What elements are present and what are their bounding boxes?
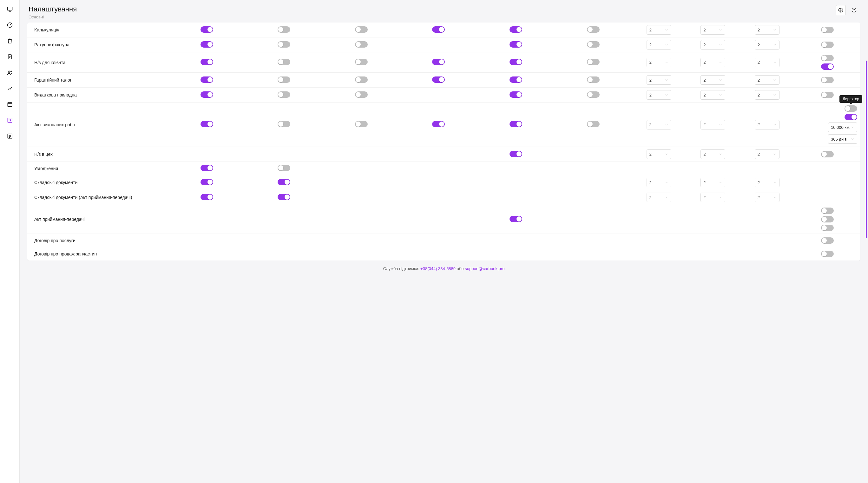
select-r0-c2[interactable]: 2 — [755, 25, 779, 35]
toggle-r6-c4[interactable] — [509, 151, 522, 157]
footer-email[interactable]: support@carbook.pro — [465, 266, 504, 271]
scrollbar-thumb[interactable] — [866, 61, 867, 238]
toggle-r1-c4[interactable] — [509, 41, 522, 48]
select-r0-c0[interactable]: 2 — [647, 25, 671, 35]
extra-toggle-r0-0[interactable] — [821, 27, 834, 33]
extra-toggle-r2-0[interactable] — [821, 55, 834, 61]
extra-toggle-r10-1[interactable] — [821, 216, 834, 222]
select-r0-c1[interactable]: 2 — [701, 25, 725, 35]
toggle-r1-c1[interactable] — [278, 41, 290, 48]
row-label: Н/з в цех — [27, 147, 168, 162]
toggle-r9-c0[interactable] — [200, 194, 213, 200]
toggle-r9-c1[interactable] — [278, 194, 290, 200]
toggle-r3-c3[interactable] — [432, 77, 445, 83]
sidebar-users[interactable] — [5, 68, 14, 78]
select-r8-c2[interactable]: 2 — [755, 178, 779, 187]
extra-toggle-r12-0[interactable] — [821, 251, 834, 257]
extra-toggle-r6-0[interactable] — [821, 151, 834, 157]
extra-sel-days[interactable]: 365 днів — [828, 134, 857, 144]
select-r4-c2[interactable]: 2 — [755, 90, 779, 100]
select-r5-c2[interactable]: 2 — [755, 120, 779, 129]
toggle-r3-c1[interactable] — [278, 77, 290, 83]
toggle-r0-c3[interactable] — [432, 26, 445, 33]
select-r3-c0[interactable]: 2 — [647, 75, 671, 85]
sidebar-calendar[interactable] — [5, 100, 14, 109]
select-r1-c1[interactable]: 2 — [701, 40, 725, 50]
select-r1-c0[interactable]: 2 — [647, 40, 671, 50]
toggle-r3-c5[interactable] — [587, 77, 599, 83]
select-r3-c1[interactable]: 2 — [701, 75, 725, 85]
select-r5-c1[interactable]: 2 — [701, 120, 725, 129]
toggle-r2-c0[interactable] — [200, 59, 213, 65]
toggle-r3-c4[interactable] — [509, 77, 522, 83]
extra-toggle-r5-1[interactable] — [844, 114, 857, 120]
extra-toggle-r10-2[interactable] — [821, 225, 834, 231]
select-r3-c2[interactable]: 2 — [755, 75, 779, 85]
select-r6-c1[interactable]: 2 — [701, 149, 725, 159]
select-r9-c2[interactable]: 2 — [755, 193, 779, 202]
toggle-r2-c2[interactable] — [355, 59, 368, 65]
extra-toggle-r4-0[interactable] — [821, 92, 834, 98]
select-r9-c1[interactable]: 2 — [701, 193, 725, 202]
sidebar-gauge[interactable] — [5, 20, 14, 30]
toggle-r3-c2[interactable] — [355, 77, 368, 83]
toggle-r2-c1[interactable] — [278, 59, 290, 65]
toggle-r0-c0[interactable] — [200, 26, 213, 33]
extra-toggle-r10-0[interactable] — [821, 208, 834, 214]
extra-sel-km[interactable]: 10,000 км. — [828, 122, 857, 132]
toggle-r0-c1[interactable] — [278, 26, 290, 33]
select-r5-c0[interactable]: 2 — [647, 120, 671, 129]
sidebar-list[interactable] — [5, 131, 14, 141]
toggle-r5-c1[interactable] — [278, 121, 290, 127]
extra-toggle-r3-0[interactable] — [821, 77, 834, 83]
help-button[interactable] — [849, 5, 859, 15]
toggle-r2-c4[interactable] — [509, 59, 522, 65]
toggle-r2-c5[interactable] — [587, 59, 599, 65]
toggle-r5-c2[interactable] — [355, 121, 368, 127]
toggle-r7-c1[interactable] — [278, 165, 290, 171]
toggle-r7-c0[interactable] — [200, 165, 213, 171]
sidebar-tune[interactable] — [5, 116, 14, 125]
toggle-r0-c5[interactable] — [587, 26, 599, 33]
select-r8-c1[interactable]: 2 — [701, 178, 725, 187]
select-r9-c0[interactable]: 2 — [647, 193, 671, 202]
toggle-r5-c0[interactable] — [200, 121, 213, 127]
toggle-r3-c0[interactable] — [200, 77, 213, 83]
toggle-r2-c3[interactable] — [432, 59, 445, 65]
footer-phone[interactable]: +38(044) 334-5889 — [421, 266, 456, 271]
toggle-r1-c2[interactable] — [355, 41, 368, 48]
toggle-r1-c0[interactable] — [200, 41, 213, 48]
select-r2-c0[interactable]: 2 — [647, 58, 671, 67]
toggle-r1-c5[interactable] — [587, 41, 599, 48]
extra-toggle-r2-1[interactable] — [821, 63, 834, 70]
select-r8-c0[interactable]: 2 — [647, 178, 671, 187]
toggle-r4-c1[interactable] — [278, 91, 290, 98]
toggle-r8-c1[interactable] — [278, 179, 290, 185]
select-r2-c2[interactable]: 2 — [755, 58, 779, 67]
toggle-r4-c0[interactable] — [200, 91, 213, 98]
globe-button[interactable] — [836, 5, 846, 15]
sidebar-bag[interactable] — [5, 36, 14, 46]
sidebar-monitor[interactable] — [5, 4, 14, 14]
toggle-r5-c4[interactable] — [509, 121, 522, 127]
toggle-r5-c5[interactable] — [587, 121, 599, 127]
toggle-r10-c4[interactable] — [509, 216, 522, 222]
toggle-r4-c5[interactable] — [587, 91, 599, 98]
select-r1-c2[interactable]: 2 — [755, 40, 779, 50]
select-r4-c0[interactable]: 2 — [647, 90, 671, 100]
select-r2-c1[interactable]: 2 — [701, 58, 725, 67]
extra-toggle-r5-0[interactable] — [844, 105, 857, 112]
sidebar-clipboard[interactable] — [5, 52, 14, 62]
toggle-r5-c3[interactable] — [432, 121, 445, 127]
select-r6-c2[interactable]: 2 — [755, 149, 779, 159]
extra-toggle-r11-0[interactable] — [821, 237, 834, 244]
toggle-r4-c4[interactable] — [509, 91, 522, 98]
select-r6-c0[interactable]: 2 — [647, 149, 671, 159]
sidebar-chart[interactable] — [5, 84, 14, 93]
extra-toggle-r1-0[interactable] — [821, 41, 834, 48]
toggle-r0-c4[interactable] — [509, 26, 522, 33]
toggle-r0-c2[interactable] — [355, 26, 368, 33]
toggle-r4-c2[interactable] — [355, 91, 368, 98]
select-r4-c1[interactable]: 2 — [701, 90, 725, 100]
toggle-r8-c0[interactable] — [200, 179, 213, 185]
